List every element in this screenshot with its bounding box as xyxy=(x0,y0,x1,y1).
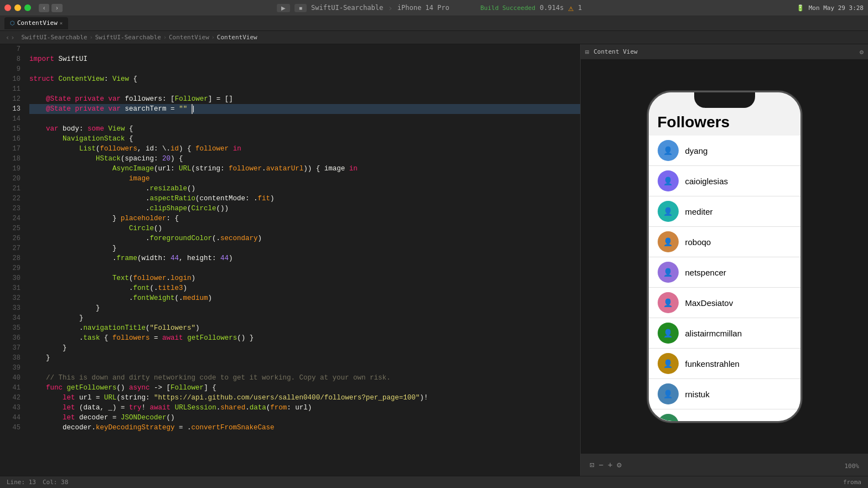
nav-arrows: ‹ › xyxy=(6,34,14,41)
title-bar-center: ▶ ■ SwiftUI-Searchable › iPhone 14 Pro B… xyxy=(66,3,793,13)
status-label: froma xyxy=(843,479,861,486)
warning-count: 1 xyxy=(578,4,582,12)
tab-contentview[interactable]: ⬡ ContentView × xyxy=(4,17,68,29)
code-line-40: // This is down and dirty networking cod… xyxy=(29,373,580,383)
list-item: 👤 netspencer xyxy=(649,257,800,288)
breadcrumb-forward[interactable]: › xyxy=(11,34,14,41)
code-scroll-area[interactable]: 7 8 9 10 11 12 13 14 15 16 17 18 19 20 2… xyxy=(0,44,580,476)
code-line-20: image xyxy=(29,174,580,184)
code-line-28: .frame(width: 44, height: 44) xyxy=(29,253,580,263)
list-item: 👤 mediter xyxy=(649,196,800,227)
breadcrumb-project[interactable]: SwiftUI-Searchable xyxy=(95,34,161,41)
follower-name: mediter xyxy=(685,207,713,216)
zoom-out-icon[interactable]: − xyxy=(598,460,603,469)
run-button[interactable]: ▶ xyxy=(277,4,290,12)
breadcrumb-struct-label: ContentView xyxy=(217,34,257,41)
close-button[interactable] xyxy=(4,4,11,11)
zoom-settings-icon[interactable]: ⚙ xyxy=(617,460,621,469)
tab-file-icon: ⬡ xyxy=(10,20,15,26)
list-item: 👤 caioiglesias xyxy=(649,166,800,196)
preview-content: Followers 👤 dyang 👤 caioiglesias 👤 xyxy=(581,60,868,454)
code-line-26: .foregroundColor(.secondary) xyxy=(29,233,580,243)
follower-name: alistairmcmillan xyxy=(685,329,742,338)
code-line-12: @State private var followers: [Follower]… xyxy=(29,94,580,104)
breadcrumb-back[interactable]: ‹ xyxy=(6,34,9,41)
breadcrumb-struct[interactable]: ContentView xyxy=(217,34,257,41)
avatar: 👤 xyxy=(658,262,679,283)
preview-panel-icon: ⊞ xyxy=(585,48,589,56)
follower-name: aleos xyxy=(685,420,705,422)
code-line-24: } placeholder: { xyxy=(29,214,580,224)
forward-button[interactable]: › xyxy=(51,4,62,12)
follower-name: caioiglesias xyxy=(685,176,728,186)
avatar: 👤 xyxy=(658,201,679,222)
preview-label: Content View xyxy=(593,48,637,55)
status-col: Col: 38 xyxy=(43,479,68,486)
avatar: 👤 xyxy=(658,383,679,404)
breadcrumb-project-label: SwiftUI-Searchable xyxy=(95,34,161,41)
build-time: 0.914s xyxy=(540,4,564,12)
avatar: 👤 xyxy=(658,231,679,252)
code-line-13: @State private var searchTerm = "" | xyxy=(29,104,580,114)
zoom-fit-icon[interactable]: ⊡ xyxy=(590,460,594,469)
code-line-43: let (data, _) = try! await URLSession.sh… xyxy=(29,403,580,413)
breadcrumb-root[interactable]: SwiftUI-Searchable xyxy=(21,34,87,41)
code-line-36: .task { followers = await getFollowers()… xyxy=(29,333,580,343)
code-line-27: } xyxy=(29,243,580,253)
fullscreen-button[interactable] xyxy=(24,4,31,11)
zoom-in-icon[interactable]: + xyxy=(608,460,612,469)
zoom-value: 100% xyxy=(845,463,860,470)
preview-bottom-bar: ⊡ − + ⚙ 100% xyxy=(581,454,868,476)
iphone-notch xyxy=(694,92,755,108)
breadcrumb-sep-1: › xyxy=(90,34,93,40)
code-line-41: func getFollowers() async -> [Follower] … xyxy=(29,383,580,393)
list-item: 👤 funkenstrahlen xyxy=(649,349,800,379)
list-item: 🦎 aleos xyxy=(649,409,800,421)
breadcrumb-sep-2: › xyxy=(163,34,167,40)
back-button[interactable]: ‹ xyxy=(39,4,49,12)
avatar: 👤 xyxy=(658,170,679,191)
breadcrumb-file[interactable]: ContentView xyxy=(169,34,209,41)
status-left: Line: 13 Col: 38 xyxy=(7,479,68,486)
time-display: Mon May 29 3:28 xyxy=(809,4,864,12)
follower-name: MaxDesiatov xyxy=(685,298,733,308)
avatar: 👤 xyxy=(658,353,679,374)
follower-name: netspencer xyxy=(685,268,726,277)
main-content: 7 8 9 10 11 12 13 14 15 16 17 18 19 20 2… xyxy=(0,44,868,476)
code-content[interactable]: import SwiftUI struct ContentView: View … xyxy=(25,44,580,476)
list-item: 👤 alistairmcmillan xyxy=(649,318,800,349)
status-right: froma xyxy=(843,479,861,486)
code-line-31: .font(.title3) xyxy=(29,283,580,293)
avatar: 🦎 xyxy=(658,414,679,421)
code-line-33: } xyxy=(29,303,580,313)
code-line-21: .resizable() xyxy=(29,184,580,194)
code-editor[interactable]: 7 8 9 10 11 12 13 14 15 16 17 18 19 20 2… xyxy=(0,44,580,476)
code-line-15: var body: some View { xyxy=(29,124,580,134)
iphone-device: Followers 👤 dyang 👤 caioiglesias 👤 xyxy=(647,91,802,423)
code-line-39 xyxy=(29,363,580,373)
iphone-screen: Followers 👤 dyang 👤 caioiglesias 👤 xyxy=(649,92,800,421)
stop-button[interactable]: ■ xyxy=(294,4,307,12)
code-line-22: .aspectRatio(contentMode: .fit) xyxy=(29,194,580,204)
minimize-button[interactable] xyxy=(14,4,21,11)
tab-close-icon[interactable]: × xyxy=(60,20,63,26)
preview-settings-icon[interactable]: ⚙ xyxy=(860,48,864,56)
code-line-38: } xyxy=(29,353,580,363)
code-line-17: List(followers, id: \.id) { follower in xyxy=(29,144,580,154)
list-item: 👤 MaxDesiatov xyxy=(649,288,800,318)
breadcrumb-file-label: ContentView xyxy=(169,34,209,41)
iphone-follower-list: 👤 dyang 👤 caioiglesias 👤 mediter 👤 xyxy=(649,136,800,421)
tab-label: ContentView xyxy=(17,19,58,27)
code-line-7 xyxy=(29,44,580,54)
code-line-10: struct ContentView: View { xyxy=(29,74,580,84)
avatar: 👤 xyxy=(658,323,679,344)
code-line-18: HStack(spacing: 20) { xyxy=(29,154,580,164)
code-line-25: Circle() xyxy=(29,224,580,233)
project-title: SwiftUI-Searchable xyxy=(311,4,383,12)
code-line-30: Text(follower.login) xyxy=(29,273,580,283)
title-bar-right: 🔋 Mon May 29 3:28 xyxy=(797,4,864,12)
preview-zoom-level: 100% xyxy=(845,460,860,470)
code-line-23: .clipShape(Circle()) xyxy=(29,204,580,214)
title-bar: ‹ › ▶ ■ SwiftUI-Searchable › iPhone 14 P… xyxy=(0,0,868,15)
list-item: 👤 roboqo xyxy=(649,227,800,257)
